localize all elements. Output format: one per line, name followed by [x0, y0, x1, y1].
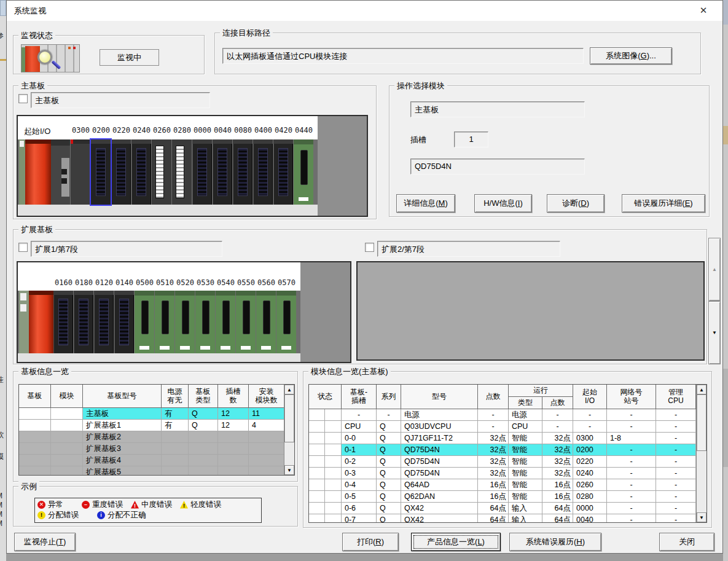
base-info-cell[interactable]: [249, 455, 284, 466]
module-info-cell[interactable]: -: [656, 444, 696, 456]
system-error-history-button[interactable]: 系统错误履历(H): [509, 533, 601, 551]
module-info-cell[interactable]: 智能: [509, 444, 542, 456]
slot-module[interactable]: [276, 291, 296, 353]
module-info-cell[interactable]: -: [542, 421, 573, 433]
module-info-cell[interactable]: [309, 514, 325, 523]
base-info-cell[interactable]: 有: [162, 408, 189, 420]
slot-module[interactable]: [175, 291, 195, 353]
module-info-cell[interactable]: -: [573, 421, 607, 433]
slot-module[interactable]: [195, 291, 215, 353]
module-info-cell[interactable]: -: [607, 421, 656, 433]
base-info-cell[interactable]: [189, 455, 218, 466]
base-info-cell[interactable]: 扩展基板3: [83, 443, 162, 455]
module-info-cell[interactable]: [309, 444, 325, 456]
base-info-cell[interactable]: [51, 443, 83, 455]
detail-info-button[interactable]: 详细信息(M): [396, 194, 455, 213]
module-info-cell[interactable]: [325, 468, 342, 479]
module-info-cell[interactable]: -: [607, 456, 656, 468]
power-supply-module[interactable]: [25, 139, 51, 205]
base-info-cell[interactable]: [218, 466, 249, 476]
module-info-cell[interactable]: -: [607, 491, 656, 503]
module-info-cell[interactable]: 智能: [509, 479, 542, 491]
module-info-cell[interactable]: Q: [377, 444, 401, 456]
module-info-cell[interactable]: 电源: [509, 409, 542, 421]
base-info-cell[interactable]: [249, 443, 284, 455]
diagnostics-button[interactable]: 诊断(D): [547, 194, 605, 213]
module-info-cell[interactable]: Q: [377, 421, 401, 433]
extension-scrollbar[interactable]: ▲ ▼: [708, 238, 721, 364]
slot-module[interactable]: [53, 291, 73, 353]
slot-module[interactable]: [172, 139, 192, 205]
module-info-cell[interactable]: 32点: [542, 456, 573, 468]
slot-module[interactable]: [233, 139, 252, 205]
module-info-cell[interactable]: 智能: [509, 456, 542, 468]
module-info-cell[interactable]: 32点: [542, 444, 573, 456]
module-info-cell[interactable]: 0-1: [342, 444, 377, 456]
module-info-cell[interactable]: 智能: [509, 433, 542, 444]
base-info-cell[interactable]: 12: [218, 408, 249, 420]
module-info-cell[interactable]: [309, 433, 325, 444]
module-info-cell[interactable]: 0-5: [342, 491, 377, 503]
module-info-cell[interactable]: QJ71GF11-T2: [401, 433, 478, 444]
module-info-cell[interactable]: 0-4: [342, 479, 377, 491]
module-info-cell[interactable]: -: [342, 409, 377, 421]
base-info-cell[interactable]: [51, 466, 83, 476]
module-info-cell[interactable]: [325, 503, 342, 514]
module-info-cell[interactable]: [325, 433, 342, 444]
slot-module[interactable]: [152, 139, 171, 205]
module-info-cell[interactable]: 32点: [478, 433, 509, 444]
module-info-cell[interactable]: Q: [377, 433, 401, 444]
module-info-cell[interactable]: 输入: [509, 514, 542, 523]
base-info-cell[interactable]: [51, 431, 83, 443]
main-base-checkbox[interactable]: [18, 94, 28, 103]
module-info-cell[interactable]: 0240: [573, 468, 607, 479]
module-info-cell[interactable]: [309, 491, 325, 503]
base-info-cell[interactable]: 扩展基板4: [83, 455, 162, 466]
module-info-cell[interactable]: 0000: [573, 503, 607, 514]
base-info-cell[interactable]: [19, 466, 51, 476]
module-info-cell[interactable]: -: [607, 503, 656, 514]
module-info-cell[interactable]: -: [607, 409, 656, 421]
close-button[interactable]: 关闭: [659, 533, 714, 551]
slot-module[interactable]: [71, 139, 90, 205]
base-info-cell[interactable]: [19, 455, 51, 466]
module-info-cell[interactable]: 0040: [573, 514, 607, 523]
module-info-cell[interactable]: [309, 456, 325, 468]
slot-module[interactable]: [135, 291, 154, 353]
module-info-cell[interactable]: [325, 491, 342, 503]
module-info-cell[interactable]: 64点: [542, 514, 573, 523]
module-info-cell[interactable]: QD75D4N: [401, 444, 478, 456]
base-info-cell[interactable]: [51, 408, 83, 420]
base-info-cell[interactable]: [162, 455, 189, 466]
slot-module[interactable]: [94, 291, 114, 353]
scrollbar-thumb[interactable]: [697, 394, 706, 451]
module-info-cell[interactable]: [309, 468, 325, 479]
base-info-cell[interactable]: [218, 431, 249, 443]
slot-module[interactable]: [155, 291, 174, 353]
module-info-cell[interactable]: -: [656, 409, 696, 421]
base-info-cell[interactable]: 扩展基板5: [83, 466, 162, 476]
module-info-cell[interactable]: 32点: [478, 444, 509, 456]
slot-module[interactable]: [111, 139, 131, 205]
module-info-cell[interactable]: -: [478, 421, 509, 433]
scroll-up-button[interactable]: ▲: [708, 238, 721, 301]
module-info-cell[interactable]: -: [607, 444, 656, 456]
scroll-up-button[interactable]: ▲: [697, 385, 706, 394]
module-info-cell[interactable]: [309, 503, 325, 514]
module-info-cell[interactable]: Q62DAN: [401, 491, 478, 503]
table-scrollbar[interactable]: ▲▼: [696, 385, 706, 522]
module-info-cell[interactable]: Q64AD: [401, 479, 478, 491]
base-info-cell[interactable]: [162, 443, 189, 455]
slot-module[interactable]: [192, 139, 212, 205]
module-info-cell[interactable]: Q: [377, 491, 401, 503]
base-info-cell[interactable]: [218, 455, 249, 466]
module-info-cell[interactable]: [325, 479, 342, 491]
base-info-cell[interactable]: [162, 466, 189, 476]
module-info-cell[interactable]: [325, 421, 342, 433]
module-info-cell[interactable]: 智能: [509, 468, 542, 479]
base-info-cell[interactable]: [19, 420, 51, 431]
slot-module[interactable]: [114, 291, 134, 353]
slot-module[interactable]: [253, 139, 273, 205]
module-info-cell[interactable]: Q: [377, 514, 401, 523]
module-info-cell[interactable]: -: [656, 491, 696, 503]
